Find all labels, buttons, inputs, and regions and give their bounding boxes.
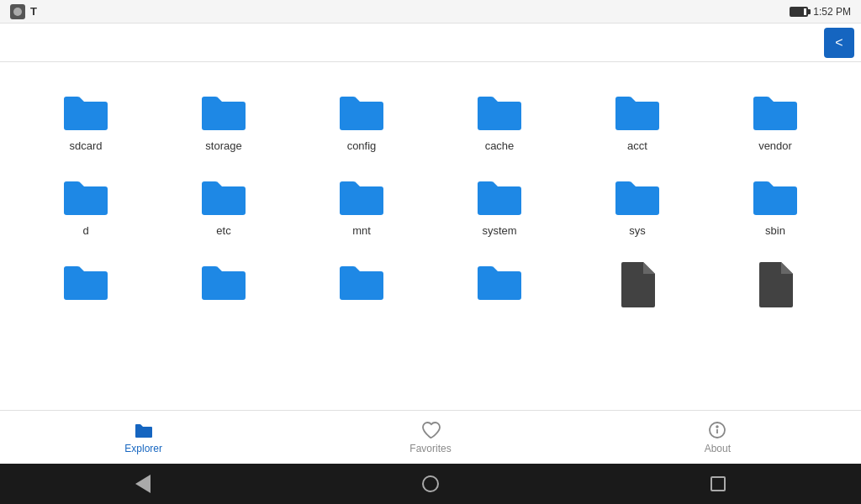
folder-icon bbox=[198, 91, 249, 133]
folder-item-d[interactable]: d bbox=[17, 164, 155, 249]
app-logo bbox=[10, 4, 25, 19]
folder-label: etc bbox=[216, 224, 230, 237]
folder-icon bbox=[336, 91, 387, 133]
nav-item-favorites[interactable]: Favorites bbox=[287, 420, 573, 454]
folder-icon bbox=[750, 91, 800, 133]
nav-label-favorites: Favorites bbox=[409, 443, 451, 454]
status-left: T bbox=[10, 4, 37, 19]
battery-icon bbox=[790, 7, 808, 17]
folder-item-row13b[interactable] bbox=[155, 249, 293, 328]
toolbar: < bbox=[0, 24, 861, 62]
folder-item-cache[interactable]: cache bbox=[430, 79, 568, 164]
folder-item-row13f[interactable] bbox=[706, 249, 844, 328]
folder-item-config[interactable]: config bbox=[293, 79, 430, 164]
folder-label: vendor bbox=[758, 139, 792, 152]
system-nav-bar bbox=[0, 464, 861, 504]
folder-icon bbox=[612, 176, 663, 218]
folder-icon bbox=[474, 260, 525, 302]
folder-item-etc[interactable]: etc bbox=[155, 164, 293, 249]
folder-item-system[interactable]: system bbox=[430, 164, 568, 249]
folder-label: mnt bbox=[352, 224, 371, 237]
folder-icon bbox=[750, 176, 800, 218]
folder-label: cache bbox=[485, 139, 515, 152]
folder-label: config bbox=[347, 139, 377, 152]
folder-item-storage[interactable]: storage bbox=[155, 79, 293, 164]
system-back-button[interactable] bbox=[135, 475, 151, 493]
folder-label: sys bbox=[629, 224, 646, 237]
folder-label: sdcard bbox=[69, 139, 102, 152]
nav-item-explorer[interactable]: Explorer bbox=[0, 420, 287, 454]
home-circle-icon bbox=[422, 475, 439, 492]
folder-label: storage bbox=[205, 139, 241, 152]
svg-point-3 bbox=[717, 426, 719, 428]
back-triangle-icon bbox=[135, 475, 151, 493]
folder-label: system bbox=[482, 224, 516, 237]
favorites-icon bbox=[420, 420, 441, 440]
folder-icon bbox=[198, 176, 249, 218]
folder-icon bbox=[198, 260, 249, 302]
folder-item-sys[interactable]: sys bbox=[568, 164, 706, 249]
folder-icon bbox=[61, 260, 111, 302]
folder-icon bbox=[612, 91, 663, 133]
nav-label-about: About bbox=[705, 443, 731, 454]
svg-point-0 bbox=[13, 8, 22, 16]
file-icon bbox=[616, 260, 658, 309]
folder-item-sbin[interactable]: sbin bbox=[706, 164, 844, 249]
folder-item-row13c[interactable] bbox=[293, 249, 430, 328]
system-home-button[interactable] bbox=[422, 475, 439, 492]
explorer-icon bbox=[134, 420, 154, 440]
folder-icon bbox=[61, 176, 111, 218]
bottom-nav: Explorer Favorites About bbox=[0, 410, 861, 464]
about-icon bbox=[707, 420, 727, 440]
nav-item-about[interactable]: About bbox=[574, 420, 861, 454]
folder-item-acct[interactable]: acct bbox=[568, 79, 706, 164]
folder-item-row13d[interactable] bbox=[430, 249, 568, 328]
folder-icon bbox=[336, 260, 387, 302]
folder-label: acct bbox=[627, 139, 647, 152]
status-bar: T 1:52 PM bbox=[0, 0, 861, 24]
folder-item-sdcard[interactable]: sdcard bbox=[17, 79, 155, 164]
folder-icon bbox=[474, 176, 525, 218]
app-name-badge: T bbox=[30, 5, 37, 18]
folder-icon bbox=[336, 176, 387, 218]
main-content: sdcard storage config cache acct bbox=[0, 62, 861, 410]
status-icons: 1:52 PM bbox=[790, 6, 851, 18]
folder-label: sbin bbox=[765, 224, 785, 237]
folder-item-mnt[interactable]: mnt bbox=[293, 164, 430, 249]
system-recents-button[interactable] bbox=[710, 476, 726, 491]
folder-grid: sdcard storage config cache acct bbox=[0, 71, 861, 336]
folder-item-vendor[interactable]: vendor bbox=[706, 79, 844, 164]
file-icon bbox=[754, 260, 796, 309]
folder-icon bbox=[61, 91, 111, 133]
folder-label: d bbox=[82, 224, 88, 237]
clock: 1:52 PM bbox=[813, 6, 851, 18]
nav-label-explorer: Explorer bbox=[124, 443, 162, 454]
folder-icon bbox=[474, 91, 525, 133]
recents-square-icon bbox=[710, 476, 726, 491]
folder-item-row13a[interactable] bbox=[17, 249, 155, 328]
back-button[interactable]: < bbox=[824, 28, 854, 58]
folder-item-row13e[interactable] bbox=[568, 249, 706, 328]
